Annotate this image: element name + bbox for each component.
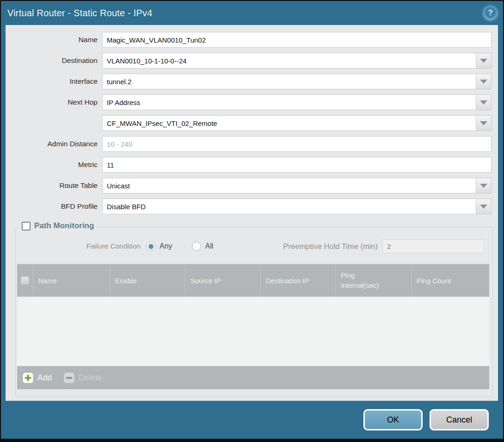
title-bar: Virtual Router - Static Route - IPv4 ? [1,1,503,25]
help-icon[interactable]: ? [484,7,497,19]
chevron-down-icon [480,121,487,125]
path-monitoring-legend: Path Monitoring [18,221,97,230]
admin-distance-label: Admin Distance [6,136,102,152]
table-header-enable: Enable [110,264,185,297]
name-label: Name [6,32,102,48]
metric-label: Metric [6,157,102,173]
form-row-name: Name [6,32,492,48]
failure-condition-row: Failure Condition Any All Preemptive Hol… [16,239,484,253]
metric-input[interactable] [102,157,492,173]
path-monitoring-section: Path Monitoring Failure Condition Any Al… [15,227,493,397]
select-all-checkbox[interactable] [21,276,29,285]
dialog-body: Name Destination Interface Next Hop [6,25,498,401]
destination-dropdown-button[interactable] [476,53,492,68]
destination-label: Destination [6,53,102,68]
delete-button-label: Delete [79,373,102,383]
bfd-profile-label: BFD Profile [6,199,102,214]
cancel-button[interactable]: Cancel [430,409,489,430]
admin-distance-input[interactable] [102,136,492,152]
form-row-metric: Metric [6,157,492,173]
route-table-dropdown-button[interactable] [476,178,492,193]
form-row-interface: Interface [6,74,492,89]
failure-condition-any-radio[interactable] [146,242,155,251]
plus-icon [23,373,33,383]
form-row-next-hop: Next Hop [6,94,492,110]
name-input[interactable] [102,32,492,48]
dialog-frame: Virtual Router - Static Route - IPv4 ? N… [1,1,503,439]
path-monitoring-title: Path Monitoring [34,221,94,230]
form-row-bfd-profile: BFD Profile [6,199,492,214]
form-row-admin-distance: Admin Distance [6,136,492,152]
destination-input[interactable] [102,53,476,68]
failure-condition-label: Failure Condition [16,242,146,250]
next-hop-label: Next Hop [6,94,102,110]
failure-condition-all-radio[interactable] [192,242,201,251]
table-body-empty [17,297,489,366]
radio-dot [148,244,154,249]
interface-label: Interface [6,74,102,89]
route-table-input[interactable] [102,178,476,193]
interface-input[interactable] [102,74,476,89]
path-monitoring-checkbox[interactable] [22,222,31,230]
table-header-source-ip: Source IP [185,264,261,297]
table-header-name: Name [33,264,110,297]
dialog-title: Virtual Router - Static Route - IPv4 [7,8,153,19]
chevron-down-icon [480,80,487,84]
failure-condition-all-label: All [205,242,214,250]
next-hop-address-label [6,115,102,131]
table-header-destination-ip: Destination IP [261,264,336,297]
ok-button[interactable]: OK [363,409,423,430]
table-header-ping-interval: Ping Interval(sec) [336,264,412,297]
table-header-row: Name Enable Source IP Destination IP Pin… [17,264,489,297]
table-header-select-all [17,264,33,297]
interface-dropdown-button[interactable] [476,74,492,89]
next-hop-type-dropdown-button[interactable] [476,94,492,110]
footer-bar: OK Cancel [1,401,503,439]
add-button-label: Add [37,373,52,383]
chevron-down-icon [480,205,487,209]
form-row-next-hop-address [6,115,492,131]
table-toolbar: Add Delete [17,366,489,389]
next-hop-type-input[interactable] [102,94,476,110]
minus-icon [64,373,74,383]
add-button[interactable]: Add [23,373,52,383]
preemptive-hold-time-input[interactable] [382,239,484,253]
chevron-down-icon [480,100,487,105]
chevron-down-icon [480,59,487,63]
delete-button[interactable]: Delete [64,373,102,383]
radio-dot [194,244,199,249]
next-hop-address-dropdown-button[interactable] [476,115,492,131]
form-row-destination: Destination [6,53,492,68]
bfd-profile-input[interactable] [102,199,476,214]
failure-condition-any-label: Any [160,242,172,250]
preemptive-hold-time-label: Preemptive Hold Time (min) [283,242,382,251]
table-header-ping-count: Ping Count [412,264,489,297]
next-hop-address-input[interactable] [102,115,476,131]
chevron-down-icon [480,184,487,188]
path-monitoring-table: Name Enable Source IP Destination IP Pin… [17,264,489,389]
bfd-profile-dropdown-button[interactable] [476,199,492,214]
form-row-route-table: Route Table [6,178,492,193]
route-table-label: Route Table [6,178,102,193]
